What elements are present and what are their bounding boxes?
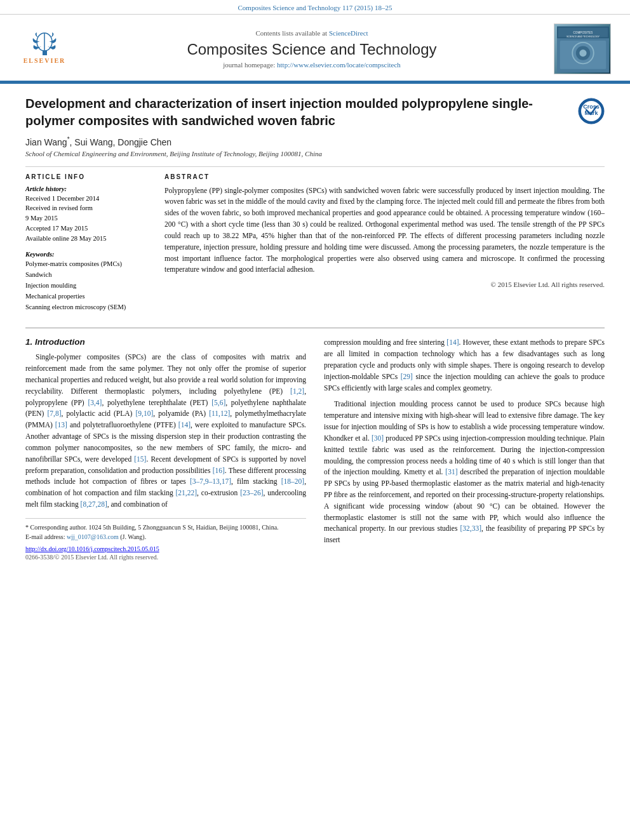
abstract-column: ABSTRACT Polypropylene (PP) single-polym… <box>164 173 605 313</box>
intro-section-title: 1. Introduction <box>25 337 306 347</box>
corresponding-author-note: * Corresponding author. 1024 5th Buildin… <box>25 523 306 532</box>
article-history: Article history: Received 1 December 201… <box>25 185 149 244</box>
right-para2: Traditional injection moulding process c… <box>324 399 605 546</box>
affiliation: School of Chemical Engineering and Envir… <box>25 150 605 157</box>
journal-homepage-link[interactable]: http://www.elsevier.com/locate/compscite… <box>277 61 401 69</box>
authors: Jian Wang*, Sui Wang, Dongjie Chen <box>25 136 605 147</box>
article-title-block: Development and characterization of inse… <box>25 95 605 130</box>
copyright: © 2015 Elsevier Ltd. All rights reserved… <box>164 281 605 288</box>
journal-cover-image: COMPOSITES SCIENCE AND TECHNOLOGY <box>554 23 611 74</box>
body-two-columns: 1. Introduction Single-polymer composite… <box>25 337 605 560</box>
article-info-column: ARTICLE INFO Article history: Received 1… <box>25 173 149 313</box>
elsevier-wordmark: ELSEVIER <box>23 57 66 64</box>
keyword-1: Polymer-matrix composites (PMCs) <box>25 259 149 270</box>
svg-text:COMPOSITES: COMPOSITES <box>573 31 593 34</box>
journal-header-center: Contents lists available at ScienceDirec… <box>70 29 554 69</box>
article-title: Development and characterization of inse… <box>25 95 578 130</box>
keyword-4: Mechanical properties <box>25 291 149 302</box>
keyword-2: Sandwich <box>25 270 149 281</box>
sciencedirect-line: Contents lists available at ScienceDirec… <box>83 29 541 37</box>
body-right-column: compression moulding and free sintering … <box>324 337 605 560</box>
body-content: 1. Introduction Single-polymer composite… <box>0 337 630 560</box>
available-date: Available online 28 May 2015 <box>25 234 149 244</box>
info-abstract-columns: ARTICLE INFO Article history: Received 1… <box>25 173 605 313</box>
elsevier-tree-icon <box>27 32 62 56</box>
intro-para1: Single-polymer composites (SPCs) are the… <box>25 352 306 510</box>
keyword-3: Injection moulding <box>25 281 149 291</box>
journal-title: Composites Science and Technology <box>83 41 541 58</box>
svg-point-11 <box>579 50 586 57</box>
footnote-section: * Corresponding author. 1024 5th Buildin… <box>25 518 306 542</box>
body-divider <box>25 328 605 328</box>
email-note: E-mail address: wjj_0107@163.com (J. Wan… <box>25 532 306 542</box>
keyword-5: Scanning electron microscopy (SEM) <box>25 302 149 313</box>
accepted-date: Accepted 17 May 2015 <box>25 223 149 234</box>
author-email-link[interactable]: wjj_0107@163.com <box>67 533 119 540</box>
revised-label: Received in revised form <box>25 203 149 213</box>
elsevier-logo: ELSEVIER <box>19 32 70 67</box>
sciencedirect-link[interactable]: ScienceDirect <box>329 29 368 37</box>
section-divider-1 <box>25 166 605 167</box>
issn-line: 0266-3538/© 2015 Elsevier Ltd. All right… <box>25 554 306 561</box>
abstract-text: Polypropylene (PP) single-polymer compos… <box>164 185 605 276</box>
received-date: Received 1 December 2014 <box>25 194 149 204</box>
doi-line: http://dx.doi.org/10.1016/j.compscitech.… <box>25 545 306 552</box>
journal-reference-bar: Composites Science and Technology 117 (2… <box>0 0 630 15</box>
svg-rect-0 <box>43 51 47 55</box>
journal-cover-art: COMPOSITES SCIENCE AND TECHNOLOGY <box>554 24 611 74</box>
crossmark-logo: Cross Mark <box>578 98 605 124</box>
journal-reference: Composites Science and Technology 117 (2… <box>238 4 392 11</box>
elsevier-logo-block: ELSEVIER <box>19 32 70 67</box>
journal-homepage: journal homepage: http://www.elsevier.co… <box>83 61 541 69</box>
keywords-section: Keywords: Polymer-matrix composites (PMC… <box>25 251 149 312</box>
article-main: Development and characterization of inse… <box>0 84 630 319</box>
keywords-title: Keywords: <box>25 251 149 258</box>
doi-link[interactable]: http://dx.doi.org/10.1016/j.compscitech.… <box>25 545 159 552</box>
history-title: Article history: <box>25 185 149 192</box>
abstract-header: ABSTRACT <box>164 173 605 180</box>
body-left-column: 1. Introduction Single-polymer composite… <box>25 337 306 560</box>
article-info-header: ARTICLE INFO <box>25 173 149 180</box>
journal-header: ELSEVIER Contents lists available at Sci… <box>0 15 630 82</box>
right-para1: compression moulding and free sintering … <box>324 337 605 394</box>
revised-date: 9 May 2015 <box>25 213 149 223</box>
svg-text:SCIENCE AND TECHNOLOGY: SCIENCE AND TECHNOLOGY <box>566 36 600 38</box>
